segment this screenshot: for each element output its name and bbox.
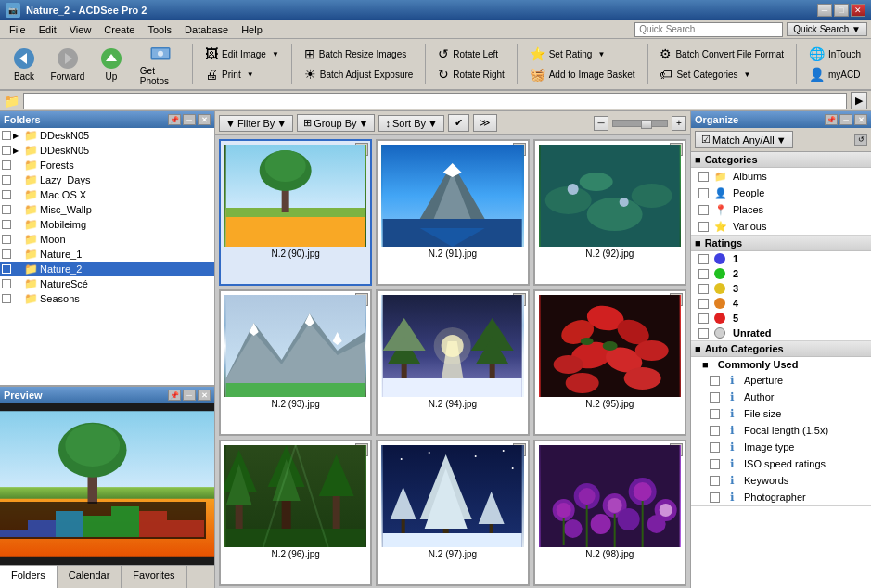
org-item-unrated[interactable]: Unrated <box>691 326 871 340</box>
org-item-keywords[interactable]: ℹ Keywords <box>691 472 871 489</box>
folders-close-button[interactable]: ✕ <box>198 114 211 125</box>
org-item-author[interactable]: ℹ Author <box>691 389 871 405</box>
org-item-iso[interactable]: ℹ ISO speed ratings <box>691 455 871 472</box>
folder-checkbox-7[interactable] <box>2 235 11 244</box>
folder-item-8[interactable]: 📁 Nature_1 <box>0 247 214 262</box>
tab-calendar[interactable]: Calendar <box>58 566 122 588</box>
photographer-checkbox[interactable] <box>710 492 720 503</box>
folder-checkbox-11[interactable] <box>2 294 11 303</box>
print-button[interactable]: 🖨 Print ▼ <box>199 65 260 83</box>
expand-button[interactable]: ≫ <box>473 114 497 132</box>
add-to-basket-button[interactable]: 🧺 Add to Image Basket <box>523 65 642 83</box>
folder-item-3[interactable]: 📁 Lazy_Days <box>0 173 214 187</box>
folder-checkbox-2[interactable] <box>2 160 11 170</box>
match-any-all-button[interactable]: ☑ Match Any/All ▼ <box>695 131 793 148</box>
organize-refresh-button[interactable]: ↺ <box>854 134 867 146</box>
folder-item-4[interactable]: 📁 Mac OS X <box>0 187 214 202</box>
menu-file[interactable]: File <box>4 22 32 37</box>
folders-pin-button[interactable]: 📌 <box>168 114 181 125</box>
set-rating-button[interactable]: ⭐ Set Rating ▼ <box>523 45 612 63</box>
various-checkbox[interactable] <box>698 222 709 232</box>
image-cell-4[interactable]: ◻ <box>376 289 529 436</box>
menu-create[interactable]: Create <box>98 22 140 37</box>
search-dropdown-button[interactable]: Quick Search ▼ <box>787 22 867 36</box>
folder-checkbox-4[interactable] <box>2 190 11 199</box>
rotate-right-button[interactable]: ↻ Rotate Right <box>431 65 511 83</box>
org-item-photographer[interactable]: ℹ Photographer <box>691 489 871 505</box>
rating3-checkbox[interactable] <box>698 284 709 294</box>
org-item-rating-1[interactable]: 1 <box>691 251 871 266</box>
organize-pin-button[interactable]: 📌 <box>825 114 838 125</box>
image-cell-8[interactable]: ◻ <box>533 440 686 586</box>
aperture-checkbox[interactable] <box>710 376 720 386</box>
folder-item-6[interactable]: 📁 Mobileimg <box>0 217 214 232</box>
organize-minimize-button[interactable]: ─ <box>839 114 852 125</box>
rating5-checkbox[interactable] <box>698 313 709 324</box>
maximize-button[interactable]: □ <box>834 4 849 17</box>
forward-button[interactable]: Forward <box>46 42 89 86</box>
sort-by-button[interactable]: ↕ Sort By ▼ <box>378 115 443 132</box>
folder-checkbox-9[interactable] <box>2 264 11 274</box>
menu-help[interactable]: Help <box>236 22 268 37</box>
rating2-checkbox[interactable] <box>698 269 709 279</box>
minimize-button[interactable]: ─ <box>817 4 832 17</box>
image-cell-3[interactable]: ◻ <box>219 289 372 436</box>
preview-close-button[interactable]: ✕ <box>198 390 211 401</box>
set-categories-button[interactable]: 🏷 Set Categories ▼ <box>653 65 757 83</box>
albums-checkbox[interactable] <box>698 172 709 182</box>
folder-item-10[interactable]: 📁 NatureScé <box>0 276 214 291</box>
people-checkbox[interactable] <box>698 188 709 198</box>
org-item-focallength[interactable]: ℹ Focal length (1.5x) <box>691 422 871 439</box>
folder-item-1[interactable]: ▶ 📁 DDeskN05 <box>0 143 214 158</box>
filter-by-button[interactable]: ▼ Filter By ▼ <box>219 115 293 132</box>
zoom-slider[interactable] <box>612 120 668 127</box>
unrated-checkbox[interactable] <box>698 328 709 339</box>
org-item-people[interactable]: 👤 People <box>691 185 871 201</box>
filesize-checkbox[interactable] <box>710 409 720 419</box>
folder-checkbox-6[interactable] <box>2 220 11 229</box>
intouch-button[interactable]: 🌐 InTouch <box>802 45 867 63</box>
iso-checkbox[interactable] <box>710 459 720 469</box>
up-button[interactable]: Up <box>91 42 132 86</box>
org-item-rating-5[interactable]: 5 <box>691 311 871 326</box>
address-input[interactable] <box>23 93 847 109</box>
keywords-checkbox[interactable] <box>710 476 720 486</box>
image-cell-1[interactable]: ◻ <box>376 139 529 286</box>
auto-categories-header[interactable]: ■ Auto Categories <box>691 341 871 357</box>
author-checkbox[interactable] <box>710 392 720 403</box>
image-cell-6[interactable]: ◻ <box>219 440 372 586</box>
folder-item-9[interactable]: 📁 Nature_2 <box>0 262 214 276</box>
batch-adjust-button[interactable]: ☀ Batch Adjust Exposure <box>298 65 420 83</box>
folder-checkbox-10[interactable] <box>2 279 11 288</box>
org-item-aperture[interactable]: ℹ Aperture <box>691 372 871 389</box>
ratings-header[interactable]: ■ Ratings <box>691 236 871 251</box>
preview-pin-button[interactable]: 📌 <box>168 390 181 401</box>
org-item-filesize[interactable]: ℹ File size <box>691 405 871 422</box>
rotate-left-button[interactable]: ↺ Rotate Left <box>431 45 505 63</box>
organize-close-button[interactable]: ✕ <box>854 114 867 125</box>
select-all-button[interactable]: ✔ <box>448 114 469 132</box>
folder-checkbox-8[interactable] <box>2 249 11 259</box>
org-item-albums[interactable]: 📁 Albums <box>691 168 871 185</box>
categories-header[interactable]: ■ Categories <box>691 152 871 168</box>
folder-item-11[interactable]: 📁 Seasons <box>0 291 214 306</box>
folder-item-7[interactable]: 📁 Moon <box>0 232 214 247</box>
image-cell-2[interactable]: ◻ N.2 (92 <box>533 139 686 286</box>
tab-favorites[interactable]: Favorites <box>122 566 186 588</box>
group-by-button[interactable]: ⊞ Group By ▼ <box>297 114 375 132</box>
folder-item-2[interactable]: 📁 Forests <box>0 158 214 173</box>
org-item-rating-4[interactable]: 4 <box>691 296 871 311</box>
folder-checkbox-1[interactable] <box>2 146 11 155</box>
address-go-button[interactable]: ▶ <box>851 92 867 109</box>
folder-checkbox-5[interactable] <box>2 205 11 214</box>
imagetype-checkbox[interactable] <box>710 442 720 453</box>
batch-resize-button[interactable]: ⊞ Batch Resize Images <box>298 45 414 63</box>
org-item-rating-2[interactable]: 2 <box>691 266 871 281</box>
focallength-checkbox[interactable] <box>710 426 720 436</box>
org-item-imagetype[interactable]: ℹ Image type <box>691 439 871 455</box>
myacd-button[interactable]: 👤 myACD <box>802 65 866 83</box>
batch-convert-button[interactable]: ⚙ Batch Convert File Format <box>653 45 790 63</box>
search-input[interactable] <box>634 22 783 37</box>
folder-checkbox-3[interactable] <box>2 175 11 185</box>
menu-edit[interactable]: Edit <box>33 22 62 37</box>
